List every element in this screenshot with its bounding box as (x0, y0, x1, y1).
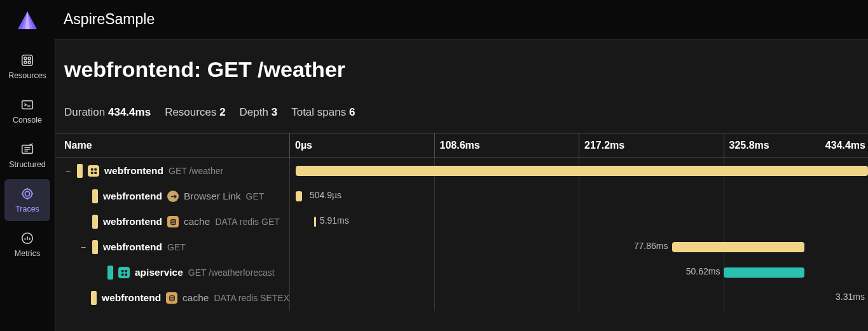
service-name: webfrontend (102, 292, 161, 304)
span-row[interactable]: −webfrontendGET /weather (55, 158, 868, 184)
span-timeline-cell (289, 158, 868, 184)
span-bar[interactable] (296, 166, 868, 176)
service-name: apiservice (135, 267, 183, 278)
timeline-axis: 0µs108.6ms217.2ms325.8ms434.4ms (289, 133, 868, 158)
nav-label: Metrics (15, 249, 40, 258)
span-bar[interactable] (314, 217, 316, 227)
gridline (579, 184, 579, 209)
service-name: webfrontend (104, 165, 163, 177)
span-duration-label: 504.9µs (310, 190, 341, 200)
span-duration-label: 3.31ms (836, 292, 865, 302)
span-color-indicator (92, 215, 98, 229)
gridline (579, 209, 579, 234)
span-row[interactable]: −webfrontendGET77.86ms (55, 234, 868, 260)
span-duration-label: 5.91ms (320, 215, 349, 226)
gridline (289, 184, 290, 209)
span-target: cache (184, 216, 210, 227)
app-title-bar: AspireSample (55, 0, 868, 39)
column-header-name[interactable]: Name (55, 133, 289, 158)
span-operation: GET /weather (169, 166, 223, 176)
nav-label: Structured (9, 160, 46, 169)
svg-rect-18 (121, 269, 123, 272)
svg-rect-19 (125, 269, 127, 272)
svg-point-22 (169, 295, 174, 297)
nav-item-resources[interactable]: Resources (4, 46, 50, 88)
sidebar: Resources Console Structured Traces Metr… (0, 0, 55, 331)
database-icon (166, 292, 177, 304)
svg-rect-15 (90, 172, 93, 174)
gridline (434, 260, 435, 285)
trace-summary: Duration 434.4ms Resources 2 Depth 3 Tot… (55, 106, 868, 119)
collapse-toggle[interactable]: − (64, 166, 72, 176)
gridline (579, 285, 579, 311)
tick-label: 0µs (289, 133, 312, 158)
svg-rect-5 (28, 57, 31, 60)
span-operation: GET (167, 242, 186, 252)
service-name: webfrontend (103, 191, 162, 202)
span-row[interactable]: webfrontendcacheDATA redis SETEX3.31ms (55, 285, 868, 311)
metrics-icon (19, 230, 36, 247)
svg-rect-3 (22, 55, 33, 66)
svg-rect-4 (24, 57, 27, 60)
summary-spans: Total spans 6 (291, 106, 355, 119)
span-operation: DATA redis SETEX (214, 293, 289, 303)
span-bar[interactable] (296, 191, 302, 201)
gridline (289, 285, 290, 311)
span-timeline-cell: 504.9µs (289, 184, 868, 209)
svg-rect-20 (121, 273, 123, 276)
span-operation: GET /weatherforecast (188, 267, 275, 278)
summary-depth: Depth 3 (240, 106, 278, 119)
svg-rect-16 (94, 172, 97, 174)
span-target: Browser Link (184, 191, 241, 202)
svg-rect-13 (90, 168, 93, 170)
gridline (434, 285, 435, 311)
timeline-header: Name 0µs108.6ms217.2ms325.8ms434.4ms (55, 133, 868, 158)
nav-item-structured[interactable]: Structured (4, 135, 50, 177)
svg-rect-8 (22, 101, 33, 109)
resource-icon (88, 165, 99, 177)
span-row[interactable]: apiserviceGET /weatherforecast50.62ms (55, 260, 868, 285)
span-color-indicator (92, 240, 98, 254)
gridline (579, 234, 579, 260)
app-title: AspireSample (64, 11, 155, 28)
span-color-indicator (77, 164, 83, 178)
svg-point-17 (170, 219, 175, 221)
span-color-indicator (91, 291, 97, 305)
nav-label: Console (13, 116, 42, 125)
structured-icon (19, 141, 36, 158)
link-icon (167, 191, 179, 202)
span-row[interactable]: webfrontendBrowser LinkGET504.9µs (55, 184, 868, 209)
gridline (289, 260, 290, 285)
gridline (434, 184, 435, 209)
summary-duration: Duration 434.4ms (64, 106, 151, 119)
nav-item-traces[interactable]: Traces (4, 179, 50, 221)
span-timeline-cell: 5.91ms (289, 209, 868, 234)
svg-point-11 (25, 191, 29, 196)
summary-resources: Resources 2 (165, 106, 225, 119)
gridline (289, 234, 290, 260)
nav-item-metrics[interactable]: Metrics (4, 224, 50, 266)
span-row[interactable]: webfrontendcacheDATA redis GET5.91ms (55, 209, 868, 234)
span-color-indicator (107, 266, 113, 280)
tick-label: 325.8ms (724, 133, 769, 158)
span-operation: DATA redis GET (215, 217, 279, 227)
service-name: webfrontend (103, 216, 162, 227)
span-name-cell: −webfrontendGET /weather (55, 158, 289, 184)
nav-item-console[interactable]: Console (4, 90, 50, 132)
gridline (724, 184, 724, 209)
span-name-cell: −webfrontendGET (55, 234, 289, 260)
span-name-cell: webfrontendcacheDATA redis SETEX (55, 285, 289, 311)
span-bar[interactable] (672, 242, 804, 252)
span-duration-label: 50.62ms (686, 266, 720, 276)
app-logo (16, 10, 39, 33)
gridline (724, 209, 724, 234)
main-area: AspireSample webfrontend: GET /weather D… (55, 0, 868, 331)
collapse-toggle[interactable]: − (79, 242, 87, 252)
gridline (289, 158, 290, 184)
span-name-cell: apiserviceGET /weatherforecast (55, 260, 289, 285)
gridline (289, 209, 290, 234)
span-target: cache (183, 292, 209, 304)
span-timeline-cell: 50.62ms (289, 260, 868, 285)
span-bar[interactable] (724, 267, 804, 278)
database-icon (167, 216, 179, 227)
